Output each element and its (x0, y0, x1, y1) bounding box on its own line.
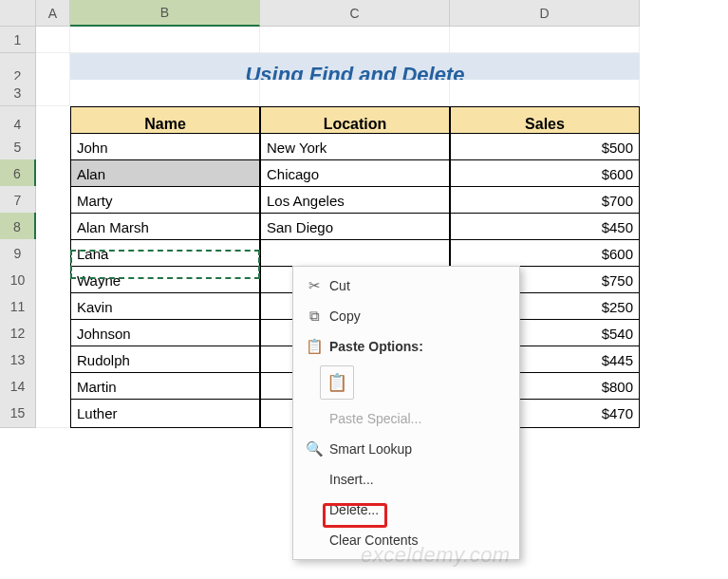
row-header-10[interactable]: 10 (0, 266, 36, 295)
cell[interactable] (260, 80, 450, 106)
table-cell-name[interactable]: John (70, 133, 260, 162)
cell[interactable] (70, 27, 260, 53)
table-cell-sales[interactable]: $600 (450, 159, 640, 189)
cell[interactable] (36, 266, 70, 295)
cell[interactable] (260, 27, 450, 53)
col-header-a[interactable]: A (36, 0, 70, 27)
table-cell-name[interactable]: Martin (70, 372, 260, 402)
row-header-13[interactable]: 13 (0, 346, 36, 375)
table-cell-sales[interactable]: $600 (450, 239, 640, 269)
cell[interactable] (36, 319, 70, 348)
cell[interactable] (36, 27, 70, 53)
context-menu-label: Smart Lookup (326, 441, 510, 457)
col-header-d[interactable]: D (450, 0, 640, 27)
table-cell-name[interactable]: Rudolph (70, 346, 260, 375)
row-header-14[interactable]: 14 (0, 372, 36, 402)
cell[interactable] (450, 27, 640, 53)
table-cell-name[interactable]: Alan Marsh (70, 213, 260, 242)
context-menu-label: Clear Contents (326, 532, 510, 548)
search-icon: 🔍 (303, 440, 326, 458)
table-cell-location[interactable]: Los Angeles (260, 186, 450, 215)
table-cell-name[interactable]: Lana (70, 239, 260, 269)
row-header-6[interactable]: 6 (0, 159, 36, 189)
table-cell-sales[interactable]: $700 (450, 186, 640, 215)
table-cell-name[interactable]: Kavin (70, 292, 260, 322)
table-cell-name[interactable]: Wayne (70, 266, 260, 295)
cell[interactable] (36, 80, 70, 106)
context-menu-label: Paste Options: (326, 339, 510, 354)
table-cell-name[interactable]: Luther (70, 399, 260, 428)
table-cell-name[interactable]: Alan (70, 159, 260, 189)
row-header-9[interactable]: 9 (0, 239, 36, 269)
context-menu-paste-options: 📋 Paste Options: (293, 331, 519, 362)
row-header-15[interactable]: 15 (0, 399, 36, 428)
copy-icon: ⧉ (303, 308, 326, 325)
cell[interactable] (36, 133, 70, 162)
cell[interactable] (36, 239, 70, 269)
context-menu-cut[interactable]: ✂ Cut (293, 271, 519, 301)
cell[interactable] (70, 80, 260, 106)
col-header-b[interactable]: B (70, 0, 260, 27)
row-header-11[interactable]: 11 (0, 292, 36, 322)
context-menu-clear-contents[interactable]: Clear Contents (293, 525, 519, 555)
paste-option-icon[interactable]: 📋 (320, 365, 354, 400)
table-cell-location[interactable]: New York (260, 133, 450, 162)
select-all-corner[interactable] (0, 0, 36, 27)
table-cell-sales[interactable]: $450 (450, 213, 640, 242)
table-cell-name[interactable]: Johnson (70, 319, 260, 348)
context-menu-label: Delete... (326, 502, 510, 517)
context-menu-smart-lookup[interactable]: 🔍 Smart Lookup (293, 434, 519, 464)
context-menu-insert[interactable]: Insert... (293, 464, 519, 495)
clipboard-icon: 📋 (303, 338, 326, 355)
cell[interactable] (36, 159, 70, 189)
scissors-icon: ✂ (303, 277, 326, 294)
table-cell-location[interactable]: Chicago (260, 159, 450, 189)
table-cell-location[interactable] (260, 239, 450, 269)
table-cell-name[interactable]: Marty (70, 186, 260, 215)
table-cell-sales[interactable]: $500 (450, 133, 640, 162)
row-header-5[interactable]: 5 (0, 133, 36, 162)
context-menu-label: Paste Special... (326, 411, 510, 426)
context-menu-label: Insert... (326, 472, 510, 487)
cell[interactable] (36, 372, 70, 402)
row-header-12[interactable]: 12 (0, 319, 36, 348)
context-menu-label: Cut (326, 278, 510, 293)
context-menu-copy[interactable]: ⧉ Copy (293, 301, 519, 331)
context-menu-label: Copy (326, 308, 510, 324)
cell[interactable] (36, 213, 70, 242)
context-menu-delete[interactable]: Delete... (293, 495, 519, 525)
table-cell-location[interactable]: San Diego (260, 213, 450, 242)
cell[interactable] (36, 292, 70, 322)
context-menu: ✂ Cut ⧉ Copy 📋 Paste Options: 📋 Paste Sp… (292, 266, 520, 560)
row-header-8[interactable]: 8 (0, 213, 36, 242)
context-menu-paste-special: Paste Special... (293, 403, 519, 434)
row-header-1[interactable]: 1 (0, 27, 36, 53)
cell[interactable] (36, 346, 70, 375)
cell[interactable] (450, 80, 640, 106)
row-header-7[interactable]: 7 (0, 186, 36, 215)
cell[interactable] (36, 186, 70, 215)
col-header-c[interactable]: C (260, 0, 450, 27)
row-header-3[interactable]: 3 (0, 80, 36, 106)
cell[interactable] (36, 399, 70, 428)
